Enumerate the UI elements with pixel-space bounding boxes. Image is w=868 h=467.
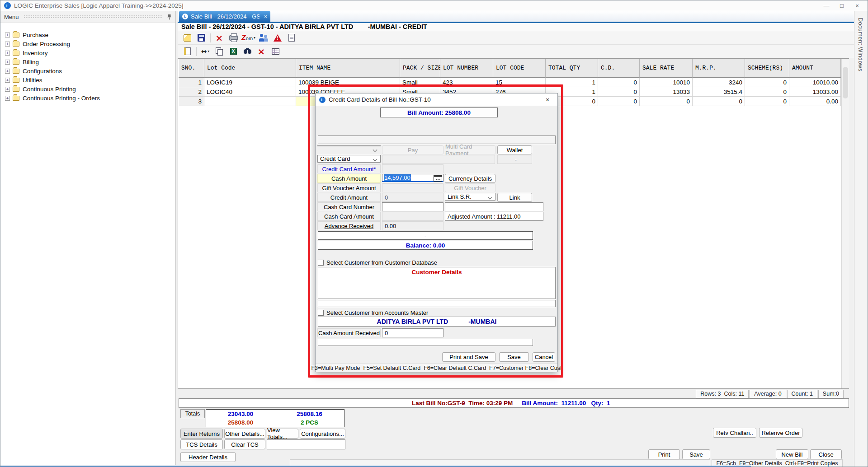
warning-icon[interactable]: !: [272, 32, 283, 44]
menu-panel-header: Menu: [0, 11, 175, 23]
status-average: Average: 0: [750, 390, 786, 398]
column-header: C.D.: [598, 59, 640, 78]
sidebar-item-purchase[interactable]: +Purchase: [0, 30, 175, 39]
expand-icon[interactable]: +: [5, 42, 10, 47]
status-rows-cols: Rows: 3 Cols: 11: [696, 390, 749, 398]
new-doc-glyph: [184, 34, 191, 42]
totals-label: Totals: [180, 409, 205, 418]
other-details-button[interactable]: Other Details...: [224, 429, 265, 439]
sidebar-item-utilities[interactable]: +Utilities: [0, 75, 175, 84]
delete-bill-icon[interactable]: ×: [213, 32, 225, 44]
grid-vertical-scrollbar[interactable]: [841, 59, 849, 388]
new-bill-icon[interactable]: [181, 32, 193, 44]
expand-icon[interactable]: +: [5, 60, 10, 65]
column-header: LOT CODE: [493, 59, 546, 78]
expand-icon[interactable]: +: [5, 33, 10, 37]
folder-icon: [13, 33, 19, 37]
window-controls: — □ ×: [819, 1, 865, 11]
sidebar-item-inventory[interactable]: +Inventory: [0, 48, 175, 57]
sidebar-item-label: Utilities: [23, 77, 42, 84]
minimize-icon[interactable]: —: [819, 1, 834, 11]
save-button[interactable]: Save: [682, 449, 710, 459]
expand-icon[interactable]: +: [5, 51, 10, 56]
last-bill-infobar: Last Bill No:GST-9 Time: 03:29 PM Bill A…: [179, 398, 849, 408]
sidebar-item-continuous-printing[interactable]: +Continuous Printing: [0, 84, 175, 93]
chevron-down-icon: ▾: [254, 36, 255, 40]
print-button[interactable]: Print: [648, 449, 680, 459]
scrollbar-thumb[interactable]: [843, 67, 848, 98]
configurations-button[interactable]: Configurations...: [300, 429, 345, 439]
sidebar-item-order-processing[interactable]: +Order Processing: [0, 39, 175, 48]
grid-status-row: Rows: 3 Cols: 11 Average: 0 Count: 1 Sum…: [178, 389, 849, 398]
cell-sno: 3: [179, 97, 204, 106]
annotation-red-rectangle: [308, 84, 563, 378]
tcs-details-button[interactable]: TCS Details: [180, 439, 223, 449]
cell-cd: 0: [598, 87, 640, 97]
column-header: TOTAL QTY: [546, 59, 598, 78]
clear-tcs-button[interactable]: Clear TCS: [224, 439, 265, 449]
header-details-button[interactable]: Header Details: [180, 452, 236, 462]
cell-scheme: 0: [745, 78, 789, 87]
column-width-icon[interactable]: ↔▾: [199, 46, 211, 57]
expand-icon[interactable]: +: [5, 69, 10, 74]
cell-sale-rate: 0: [640, 97, 693, 106]
view-totals-button[interactable]: View Totals...: [267, 429, 298, 439]
sidebar-item-label: Continuous Printing - Orders: [23, 95, 100, 102]
retv-challan-button[interactable]: Retv Challan..: [713, 428, 756, 438]
menu-panel: Menu +Purchase +Order Processing +Invent…: [0, 11, 176, 465]
menu-panel-title: Menu: [4, 14, 19, 20]
cell-sale-rate: 10010: [640, 78, 693, 87]
expand-icon[interactable]: +: [5, 87, 10, 92]
tab-close-icon[interactable]: ×: [259, 14, 267, 20]
expand-icon[interactable]: +: [5, 96, 10, 101]
sidebar-item-label: Configurations: [23, 68, 62, 75]
cell-cd: 0: [598, 78, 640, 87]
tab-document-windows[interactable]: Document Windows: [857, 18, 863, 71]
sidebar-item-billing[interactable]: +Billing: [0, 57, 175, 66]
grid-toolbar: ↔▾ X ×: [178, 45, 854, 58]
menu-tree: +Purchase +Order Processing +Inventory +…: [0, 23, 175, 103]
copy-icon[interactable]: [213, 46, 225, 57]
sidebar-item-configurations[interactable]: +Configurations: [0, 66, 175, 75]
column-header: ITEM NAME: [296, 59, 400, 78]
tab-logo-icon: L: [182, 14, 188, 19]
sidebar-item-label: Continuous Printing: [23, 86, 76, 93]
export-excel-icon[interactable]: X: [227, 46, 239, 57]
delete-row-icon[interactable]: ×: [255, 46, 267, 57]
totals-gross-value: 23043.00: [206, 409, 275, 418]
column-header: SNO.: [179, 59, 204, 78]
column-header: Lot Code: [204, 59, 296, 78]
reterive-order-button[interactable]: Reterive Order: [759, 428, 802, 438]
pin-icon[interactable]: [167, 14, 172, 20]
print-icon[interactable]: [227, 32, 239, 44]
app-logo-icon: L: [4, 2, 11, 9]
sidebar-item-continuous-printing-orders[interactable]: +Continuous Printing - Orders: [0, 93, 175, 103]
cell-amount: 10010.00: [789, 78, 841, 87]
cell-mrp: 0: [693, 97, 745, 106]
find-icon[interactable]: [241, 46, 253, 57]
expand-icon[interactable]: +: [5, 78, 10, 83]
grid-view-icon[interactable]: [269, 46, 281, 57]
maximize-icon[interactable]: □: [834, 1, 849, 11]
new-bill-button[interactable]: New Bill: [776, 449, 808, 459]
bill-form-icon[interactable]: [286, 32, 297, 44]
party-icon[interactable]: [258, 32, 269, 44]
people-glyph: [259, 34, 269, 42]
folder-icon: [13, 78, 19, 83]
folder-icon: [13, 42, 19, 47]
close-button[interactable]: Close: [810, 449, 842, 459]
close-icon[interactable]: ×: [849, 1, 865, 11]
folder-icon: [13, 69, 19, 74]
journal-icon[interactable]: [181, 46, 193, 57]
tab-sale-bill[interactable]: L Sale Bill - 26/12/2024 - GS... ×: [179, 11, 270, 22]
enter-returns-button[interactable]: Enter Returns: [180, 429, 223, 439]
save-bill-icon[interactable]: [195, 32, 207, 44]
sidebar-item-label: Billing: [23, 59, 39, 65]
red-x-glyph: ×: [258, 47, 265, 56]
form-glyph: [288, 34, 295, 42]
cell-cd: 0: [598, 97, 640, 106]
zoom-dropdown-icon[interactable]: Zom▾: [241, 32, 255, 44]
cell-scheme: 0: [745, 87, 789, 97]
tab-label: Sale Bill - 26/12/2024 - GS...: [191, 13, 259, 20]
sidebar-item-label: Purchase: [23, 32, 48, 38]
